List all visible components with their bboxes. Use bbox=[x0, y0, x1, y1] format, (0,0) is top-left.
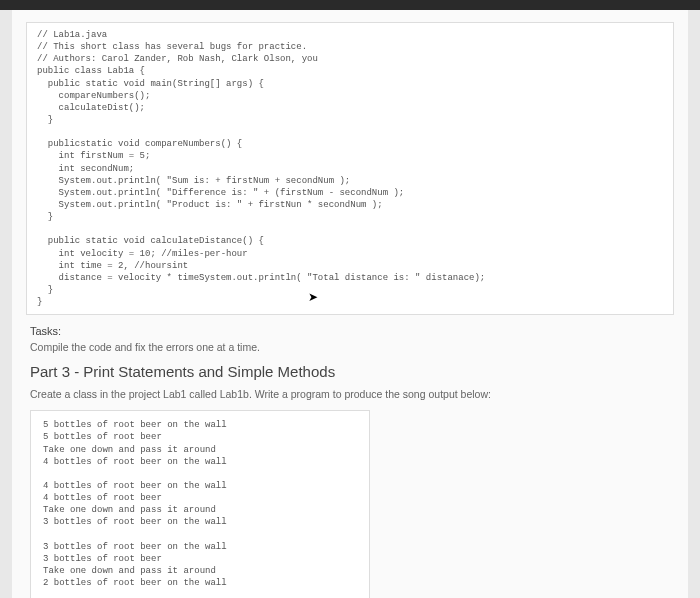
tasks-text: Compile the code and fix the errors one … bbox=[30, 341, 670, 353]
part3-description: Create a class in the project Lab1 calle… bbox=[30, 388, 670, 400]
expected-output-block: 5 bottles of root beer on the wall 5 bot… bbox=[30, 410, 370, 598]
part3-heading: Part 3 - Print Statements and Simple Met… bbox=[30, 363, 670, 380]
window-toolbar bbox=[0, 0, 700, 10]
tasks-heading: Tasks: bbox=[30, 325, 670, 337]
document-content: // Lab1a.java // This short class has se… bbox=[12, 10, 688, 598]
tasks-section: Tasks: Compile the code and fix the erro… bbox=[30, 325, 670, 353]
code-block-java: // Lab1a.java // This short class has se… bbox=[26, 22, 674, 315]
